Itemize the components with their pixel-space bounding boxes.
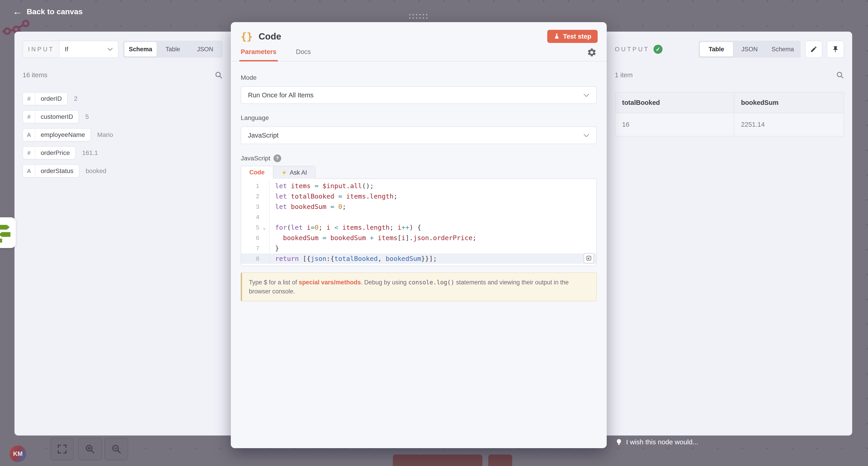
ndv-drag-handle[interactable] xyxy=(409,14,428,19)
input-view-tabs: Schema Table JSON xyxy=(123,41,223,58)
code-line[interactable]: 1let items = $input.all(); xyxy=(241,181,596,191)
code-node-icon: {} xyxy=(241,31,253,42)
input-tab-table[interactable]: Table xyxy=(157,42,189,57)
node-title[interactable]: Code xyxy=(258,31,547,41)
output-tab-schema[interactable]: Schema xyxy=(766,42,799,57)
code-line[interactable]: 6 bookedSum = bookedSum + items[i].json.… xyxy=(241,233,596,243)
back-arrow-icon: ← xyxy=(13,7,22,16)
code-line[interactable]: 7} xyxy=(241,243,596,254)
input-panel: INPUT If Schema Table JSON 16 items #ord… xyxy=(14,32,231,435)
code-text: bookedSum = bookedSum + items[i].json.or… xyxy=(269,233,596,243)
code-text: let bookedSum = 0; xyxy=(269,201,596,212)
edit-output-button[interactable] xyxy=(805,41,822,58)
zoom-to-fit-icon xyxy=(57,444,67,454)
fold-chevron-icon[interactable]: ⌄ xyxy=(259,225,269,230)
search-icon[interactable] xyxy=(215,71,223,79)
code-text: let items = $input.all(); xyxy=(269,181,596,191)
zoom-in-icon xyxy=(85,444,95,454)
zoom-to-fit-button[interactable] xyxy=(51,438,74,460)
code-editor[interactable]: 1let items = $input.all();2let totalBook… xyxy=(241,178,597,266)
input-tab-schema[interactable]: Schema xyxy=(124,42,157,57)
expand-editor-button[interactable] xyxy=(584,253,594,263)
output-table: totalBookedbookedSum 162251.14 xyxy=(615,92,844,136)
code-line[interactable]: 2let totalBooked = items.length; xyxy=(241,191,596,201)
output-table-row: 162251.14 xyxy=(615,113,844,136)
input-items-count: 16 items xyxy=(23,71,48,79)
wish-label: I wish this node would... xyxy=(626,438,698,446)
output-header-row: OUTPUT ✓ Table JSON Schema xyxy=(615,41,844,58)
schema-item-pill[interactable]: AorderStatus xyxy=(23,164,79,177)
mode-label: Mode xyxy=(241,74,597,81)
back-to-canvas-button[interactable]: ← Back to canvas xyxy=(13,7,83,16)
lightbulb-icon xyxy=(615,438,622,446)
node-detail-view: {} Code Test step Parameters Docs Mode R… xyxy=(231,22,607,448)
code-line[interactable]: 5⌄for(let i=0; i < items.length; i++) { xyxy=(241,222,596,233)
schema-item-pill[interactable]: #orderID xyxy=(23,92,68,105)
zoom-out-button[interactable] xyxy=(104,438,128,460)
schema-item-key: customerID xyxy=(35,113,79,121)
node-settings-button[interactable] xyxy=(587,47,597,57)
schema-item[interactable]: #orderID2 xyxy=(23,92,223,105)
code-lines: 1let items = $input.all();2let totalBook… xyxy=(241,181,596,264)
search-icon[interactable] xyxy=(836,71,844,79)
line-number: 4 xyxy=(241,214,259,221)
pencil-icon xyxy=(810,46,817,53)
line-number: 7 xyxy=(241,245,259,252)
zoom-in-button[interactable] xyxy=(78,438,102,460)
schema-item[interactable]: #orderPrice161.1 xyxy=(23,146,223,160)
input-header-row: INPUT If Schema Table JSON xyxy=(23,41,223,58)
schema-item-value: 5 xyxy=(85,113,89,121)
output-tab-json[interactable]: JSON xyxy=(733,42,766,57)
output-tab-table[interactable]: Table xyxy=(700,42,733,57)
schema-item[interactable]: #customerID5 xyxy=(23,110,223,123)
help-icon[interactable]: ? xyxy=(274,155,281,162)
number-type-icon: # xyxy=(23,93,35,105)
language-select-value: JavaScript xyxy=(248,132,278,139)
output-items-count: 1 item xyxy=(615,71,633,79)
code-text: for(let i=0; i < items.length; i++) { xyxy=(269,222,596,233)
input-node-selector[interactable]: INPUT If xyxy=(23,41,119,58)
avatar[interactable]: KM xyxy=(9,445,26,462)
schema-item-pill[interactable]: #orderPrice xyxy=(23,146,76,160)
editor-hint-callout: Type $ for a list of special vars/method… xyxy=(241,272,597,301)
schema-item-value: 161.1 xyxy=(82,149,98,157)
chevron-down-icon xyxy=(583,133,590,137)
mode-select[interactable]: Run Once for All Items xyxy=(241,86,597,104)
editor-tab-code[interactable]: Code xyxy=(241,166,273,179)
output-view-tabs: Table JSON Schema xyxy=(699,41,801,58)
language-select[interactable]: JavaScript xyxy=(241,127,597,144)
test-workflow-button-dimmed xyxy=(393,455,483,466)
tab-docs[interactable]: Docs xyxy=(296,48,311,61)
special-vars-link[interactable]: special vars/methods xyxy=(299,279,361,286)
editor-tab-ask-ai[interactable]: ✦ Ask AI xyxy=(273,166,316,179)
flask-icon xyxy=(554,33,560,39)
code-line[interactable]: 8return [{json:{totalBooked, bookedSum}}… xyxy=(241,254,596,264)
success-check-icon: ✓ xyxy=(653,45,662,54)
line-number: 3 xyxy=(241,203,259,210)
line-number: 8 xyxy=(241,255,259,262)
schema-item[interactable]: AorderStatusbooked xyxy=(23,164,223,177)
line-number: 2 xyxy=(241,193,259,200)
wish-this-node-button[interactable]: I wish this node would... xyxy=(615,438,698,446)
hint-text: . Debug by using xyxy=(361,279,408,286)
output-subheader-row: 1 item xyxy=(615,70,844,79)
input-tab-json[interactable]: JSON xyxy=(189,42,221,57)
tab-parameters[interactable]: Parameters xyxy=(241,48,276,61)
schema-list: #orderID2#customerID5AemployeeNameMario#… xyxy=(23,92,223,177)
mode-select-value: Run Once for All Items xyxy=(248,92,313,99)
canvas-button-dimmed xyxy=(488,455,512,466)
code-line[interactable]: 4 xyxy=(241,212,596,222)
chevron-down-icon xyxy=(107,47,113,51)
string-type-icon: A xyxy=(23,165,35,177)
editor-tabs: Code ✦ Ask AI xyxy=(241,166,597,179)
schema-item[interactable]: AemployeeNameMario xyxy=(23,128,223,141)
pin-data-button[interactable] xyxy=(827,41,844,58)
if-node-icon[interactable] xyxy=(0,217,16,248)
editor-label-row: JavaScript ? xyxy=(241,155,597,162)
output-column-header: bookedSum xyxy=(734,92,844,113)
schema-item-pill[interactable]: AemployeeName xyxy=(23,128,91,141)
output-table-cell: 2251.14 xyxy=(734,113,844,136)
code-line[interactable]: 3let bookedSum = 0; xyxy=(241,201,596,212)
test-step-button[interactable]: Test step xyxy=(547,30,598,43)
schema-item-pill[interactable]: #customerID xyxy=(23,110,79,123)
